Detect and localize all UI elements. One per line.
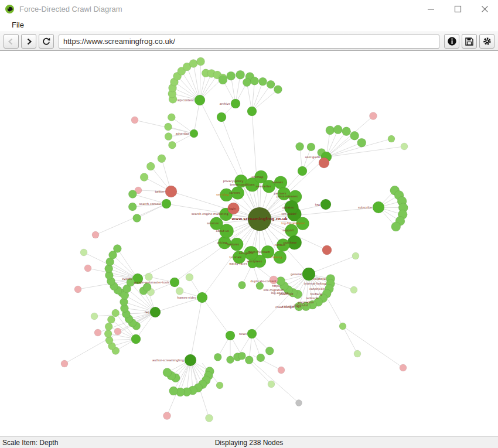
graph-node[interactable] [105,337,113,344]
graph-node[interactable] [333,125,342,134]
close-button[interactable] [471,0,498,18]
graph-node[interactable] [231,99,240,108]
graph-node[interactable] [197,57,205,66]
graph-node[interactable] [165,186,177,197]
graph-node[interactable] [319,158,329,168]
graph-node[interactable] [245,356,253,364]
graph-node[interactable] [94,329,101,336]
graph-node[interactable] [320,199,331,210]
graph-node[interactable] [158,155,166,163]
graph-node[interactable] [247,329,257,338]
graph-node[interactable] [176,287,183,295]
graph-node[interactable] [265,347,274,355]
graph-node[interactable] [195,95,205,105]
graph-node[interactable] [163,412,171,420]
graph-node[interactable] [247,107,257,116]
graph-node[interactable] [214,353,221,361]
info-button[interactable] [444,34,459,49]
graph-node[interactable] [91,313,98,320]
graph-node[interactable] [131,334,141,344]
graph-node[interactable] [113,245,121,253]
crawl-diagram-canvas[interactable]: seo-spiderlog-file-analysersupportpurcha… [0,51,498,436]
graph-node[interactable] [226,331,235,340]
graph-node[interactable] [257,354,265,362]
graph-node[interactable] [391,222,401,231]
graph-node[interactable] [238,352,246,360]
graph-node[interactable] [370,112,377,120]
graph-node[interactable] [168,141,176,149]
graph-node[interactable] [401,143,408,150]
graph-node[interactable] [104,330,112,337]
graph-node[interactable] [169,387,178,395]
graph-node[interactable] [206,415,213,422]
graph-node[interactable] [350,286,357,293]
graph-node[interactable] [307,143,315,151]
graph-node[interactable] [352,252,359,259]
graph-node[interactable] [342,127,351,136]
graph-node[interactable] [80,249,87,256]
graph-node[interactable] [357,138,366,147]
graph-node[interactable] [186,273,193,281]
graph-node[interactable] [238,281,246,289]
graph-node[interactable] [296,400,302,406]
graph-node[interactable] [133,214,141,223]
graph-node[interactable] [128,190,137,198]
graph-node[interactable] [267,80,275,88]
url-input[interactable] [59,35,439,49]
graph-node[interactable] [140,173,148,182]
forward-button[interactable] [21,34,36,49]
graph-node[interactable] [165,133,172,141]
graph-node[interactable] [185,354,196,366]
maximize-button[interactable] [444,0,471,18]
graph-node[interactable] [168,114,175,121]
graph-node[interactable] [112,309,120,317]
graph-node[interactable] [84,265,91,272]
graph-node[interactable] [219,76,227,84]
graph-node[interactable] [105,323,112,330]
graph-node[interactable] [258,77,267,86]
graph-node[interactable] [296,142,304,151]
graph-node[interactable] [131,117,138,124]
graph-node[interactable] [128,203,137,211]
graph-node[interactable] [216,382,223,389]
graph-node[interactable] [143,283,151,291]
back-button[interactable] [4,34,19,49]
graph-node[interactable] [227,71,236,80]
menu-file[interactable]: File [8,19,28,30]
graph-node[interactable] [278,367,285,374]
settings-button[interactable] [479,34,494,49]
graph-node[interactable] [189,59,197,67]
graph-node[interactable] [61,360,68,367]
graph-node[interactable] [227,356,234,364]
graph-node[interactable] [217,112,226,122]
graph-node[interactable] [251,77,259,85]
graph-node[interactable] [145,273,152,281]
graph-node[interactable] [354,350,361,357]
save-button[interactable] [462,34,477,49]
graph-node[interactable] [170,278,179,287]
graph-node[interactable] [388,135,395,142]
graph-node[interactable] [150,307,161,317]
graph-node[interactable] [373,201,384,213]
graph-node[interactable] [190,129,198,138]
graph-node[interactable] [162,199,171,208]
graph-node[interactable] [164,123,172,131]
graph-node[interactable] [197,292,207,303]
graph-node[interactable] [274,86,282,94]
graph-node[interactable] [92,231,99,238]
graph-node[interactable] [326,126,335,135]
graph-node[interactable] [236,70,245,79]
graph-node[interactable] [163,368,172,377]
graph-node[interactable] [339,323,346,330]
refresh-button[interactable] [39,34,54,49]
graph-node[interactable] [256,282,264,290]
crawl-diagram-svg[interactable]: seo-spiderlog-file-analysersupportpurcha… [0,51,498,436]
minimize-button[interactable] [417,0,444,18]
graph-node[interactable] [400,364,407,371]
graph-node[interactable] [243,78,251,87]
graph-node[interactable] [146,162,155,170]
graph-node[interactable] [107,316,115,323]
graph-node[interactable] [322,245,332,255]
graph-node[interactable] [350,131,359,140]
graph-node[interactable] [74,286,81,293]
